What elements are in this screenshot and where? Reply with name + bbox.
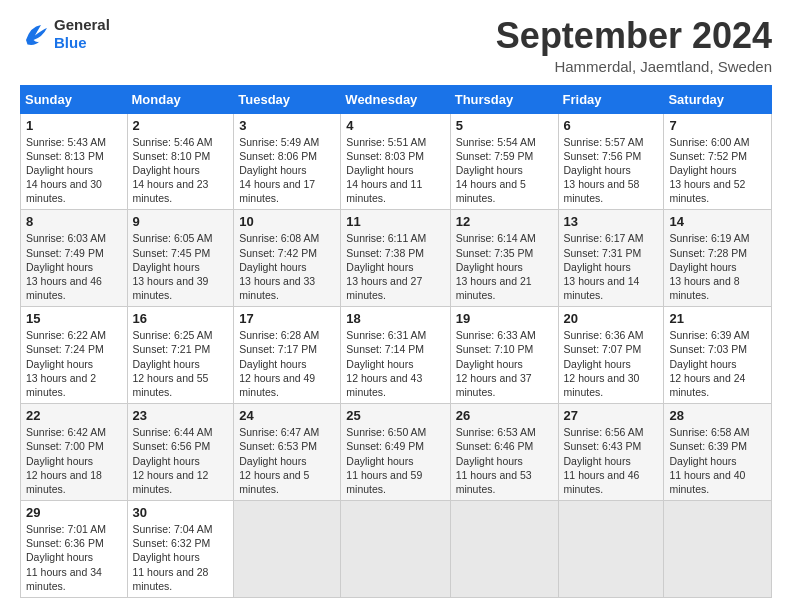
day-number: 24 <box>239 408 335 423</box>
calendar-cell: 22 Sunrise: 6:42 AMSunset: 7:00 PMDaylig… <box>21 404 128 501</box>
calendar-cell <box>558 501 664 598</box>
col-saturday: Saturday <box>664 85 772 113</box>
day-number: 21 <box>669 311 766 326</box>
day-number: 1 <box>26 118 122 133</box>
day-number: 3 <box>239 118 335 133</box>
calendar-cell <box>341 501 450 598</box>
day-info: Sunrise: 6:58 AMSunset: 6:39 PMDaylight … <box>669 426 749 495</box>
day-number: 19 <box>456 311 553 326</box>
day-number: 14 <box>669 214 766 229</box>
calendar-cell: 26 Sunrise: 6:53 AMSunset: 6:46 PMDaylig… <box>450 404 558 501</box>
col-sunday: Sunday <box>21 85 128 113</box>
day-info: Sunrise: 6:36 AMSunset: 7:07 PMDaylight … <box>564 329 644 398</box>
day-number: 6 <box>564 118 659 133</box>
title-area: September 2024 Hammerdal, Jaemtland, Swe… <box>496 16 772 75</box>
col-monday: Monday <box>127 85 234 113</box>
day-number: 18 <box>346 311 444 326</box>
col-wednesday: Wednesday <box>341 85 450 113</box>
calendar-cell: 9 Sunrise: 6:05 AMSunset: 7:45 PMDayligh… <box>127 210 234 307</box>
calendar-cell: 4 Sunrise: 5:51 AMSunset: 8:03 PMDayligh… <box>341 113 450 210</box>
day-number: 17 <box>239 311 335 326</box>
calendar-cell: 23 Sunrise: 6:44 AMSunset: 6:56 PMDaylig… <box>127 404 234 501</box>
month-title: September 2024 <box>496 16 772 56</box>
day-info: Sunrise: 6:00 AMSunset: 7:52 PMDaylight … <box>669 136 749 205</box>
day-info: Sunrise: 6:22 AMSunset: 7:24 PMDaylight … <box>26 329 106 398</box>
page: General Blue September 2024 Hammerdal, J… <box>0 0 792 608</box>
calendar-cell <box>450 501 558 598</box>
logo-icon <box>20 19 50 49</box>
calendar-cell: 7 Sunrise: 6:00 AMSunset: 7:52 PMDayligh… <box>664 113 772 210</box>
calendar-week-5: 29 Sunrise: 7:01 AMSunset: 6:36 PMDaylig… <box>21 501 772 598</box>
day-number: 23 <box>133 408 229 423</box>
day-info: Sunrise: 6:17 AMSunset: 7:31 PMDaylight … <box>564 232 644 301</box>
calendar-week-2: 8 Sunrise: 6:03 AMSunset: 7:49 PMDayligh… <box>21 210 772 307</box>
calendar-cell: 2 Sunrise: 5:46 AMSunset: 8:10 PMDayligh… <box>127 113 234 210</box>
day-number: 25 <box>346 408 444 423</box>
calendar-cell: 10 Sunrise: 6:08 AMSunset: 7:42 PMDaylig… <box>234 210 341 307</box>
calendar-cell: 21 Sunrise: 6:39 AMSunset: 7:03 PMDaylig… <box>664 307 772 404</box>
calendar-week-4: 22 Sunrise: 6:42 AMSunset: 7:00 PMDaylig… <box>21 404 772 501</box>
calendar-table: Sunday Monday Tuesday Wednesday Thursday… <box>20 85 772 598</box>
day-number: 7 <box>669 118 766 133</box>
col-thursday: Thursday <box>450 85 558 113</box>
calendar-cell: 1 Sunrise: 5:43 AMSunset: 8:13 PMDayligh… <box>21 113 128 210</box>
calendar-cell: 14 Sunrise: 6:19 AMSunset: 7:28 PMDaylig… <box>664 210 772 307</box>
calendar-cell: 16 Sunrise: 6:25 AMSunset: 7:21 PMDaylig… <box>127 307 234 404</box>
day-info: Sunrise: 6:08 AMSunset: 7:42 PMDaylight … <box>239 232 319 301</box>
calendar-week-3: 15 Sunrise: 6:22 AMSunset: 7:24 PMDaylig… <box>21 307 772 404</box>
calendar-cell: 17 Sunrise: 6:28 AMSunset: 7:17 PMDaylig… <box>234 307 341 404</box>
calendar-cell: 25 Sunrise: 6:50 AMSunset: 6:49 PMDaylig… <box>341 404 450 501</box>
day-info: Sunrise: 6:53 AMSunset: 6:46 PMDaylight … <box>456 426 536 495</box>
logo-text: General Blue <box>54 16 110 52</box>
calendar-cell: 29 Sunrise: 7:01 AMSunset: 6:36 PMDaylig… <box>21 501 128 598</box>
calendar-cell: 12 Sunrise: 6:14 AMSunset: 7:35 PMDaylig… <box>450 210 558 307</box>
calendar-cell <box>664 501 772 598</box>
day-info: Sunrise: 6:39 AMSunset: 7:03 PMDaylight … <box>669 329 749 398</box>
day-info: Sunrise: 6:11 AMSunset: 7:38 PMDaylight … <box>346 232 426 301</box>
calendar-cell: 11 Sunrise: 6:11 AMSunset: 7:38 PMDaylig… <box>341 210 450 307</box>
day-number: 27 <box>564 408 659 423</box>
calendar-cell: 13 Sunrise: 6:17 AMSunset: 7:31 PMDaylig… <box>558 210 664 307</box>
calendar-cell: 6 Sunrise: 5:57 AMSunset: 7:56 PMDayligh… <box>558 113 664 210</box>
calendar-cell: 20 Sunrise: 6:36 AMSunset: 7:07 PMDaylig… <box>558 307 664 404</box>
calendar-cell: 19 Sunrise: 6:33 AMSunset: 7:10 PMDaylig… <box>450 307 558 404</box>
location: Hammerdal, Jaemtland, Sweden <box>496 58 772 75</box>
calendar-cell: 27 Sunrise: 6:56 AMSunset: 6:43 PMDaylig… <box>558 404 664 501</box>
day-info: Sunrise: 7:04 AMSunset: 6:32 PMDaylight … <box>133 523 213 592</box>
calendar-cell: 15 Sunrise: 6:22 AMSunset: 7:24 PMDaylig… <box>21 307 128 404</box>
day-number: 29 <box>26 505 122 520</box>
calendar-cell: 5 Sunrise: 5:54 AMSunset: 7:59 PMDayligh… <box>450 113 558 210</box>
day-info: Sunrise: 6:33 AMSunset: 7:10 PMDaylight … <box>456 329 536 398</box>
calendar-cell: 24 Sunrise: 6:47 AMSunset: 6:53 PMDaylig… <box>234 404 341 501</box>
logo: General Blue <box>20 16 110 52</box>
day-number: 12 <box>456 214 553 229</box>
day-info: Sunrise: 6:42 AMSunset: 7:00 PMDaylight … <box>26 426 106 495</box>
day-number: 20 <box>564 311 659 326</box>
day-info: Sunrise: 5:49 AMSunset: 8:06 PMDaylight … <box>239 136 319 205</box>
day-info: Sunrise: 6:19 AMSunset: 7:28 PMDaylight … <box>669 232 749 301</box>
day-number: 30 <box>133 505 229 520</box>
day-info: Sunrise: 5:43 AMSunset: 8:13 PMDaylight … <box>26 136 106 205</box>
day-number: 2 <box>133 118 229 133</box>
day-number: 8 <box>26 214 122 229</box>
calendar-week-1: 1 Sunrise: 5:43 AMSunset: 8:13 PMDayligh… <box>21 113 772 210</box>
day-info: Sunrise: 6:44 AMSunset: 6:56 PMDaylight … <box>133 426 213 495</box>
day-number: 22 <box>26 408 122 423</box>
day-info: Sunrise: 5:57 AMSunset: 7:56 PMDaylight … <box>564 136 644 205</box>
day-info: Sunrise: 6:05 AMSunset: 7:45 PMDaylight … <box>133 232 213 301</box>
calendar-cell: 30 Sunrise: 7:04 AMSunset: 6:32 PMDaylig… <box>127 501 234 598</box>
day-info: Sunrise: 5:51 AMSunset: 8:03 PMDaylight … <box>346 136 426 205</box>
day-number: 28 <box>669 408 766 423</box>
day-info: Sunrise: 6:14 AMSunset: 7:35 PMDaylight … <box>456 232 536 301</box>
day-info: Sunrise: 7:01 AMSunset: 6:36 PMDaylight … <box>26 523 106 592</box>
day-info: Sunrise: 5:46 AMSunset: 8:10 PMDaylight … <box>133 136 213 205</box>
day-number: 26 <box>456 408 553 423</box>
col-tuesday: Tuesday <box>234 85 341 113</box>
header: General Blue September 2024 Hammerdal, J… <box>20 16 772 75</box>
day-info: Sunrise: 6:31 AMSunset: 7:14 PMDaylight … <box>346 329 426 398</box>
day-number: 11 <box>346 214 444 229</box>
day-info: Sunrise: 6:56 AMSunset: 6:43 PMDaylight … <box>564 426 644 495</box>
calendar-header-row: Sunday Monday Tuesday Wednesday Thursday… <box>21 85 772 113</box>
day-number: 16 <box>133 311 229 326</box>
day-number: 10 <box>239 214 335 229</box>
